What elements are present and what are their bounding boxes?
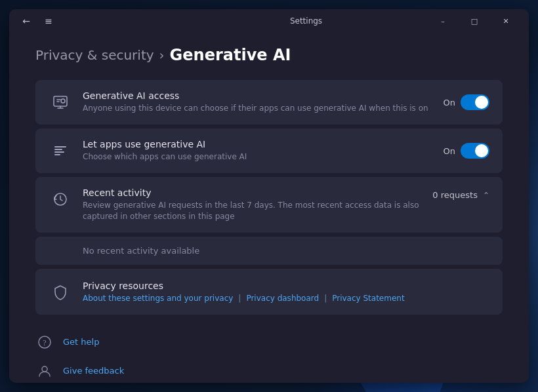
requests-label: 0 requests (432, 190, 478, 200)
ai-access-card: Generative AI access Anyone using this d… (35, 80, 503, 125)
privacy-resources-card: Privacy resources About these settings a… (35, 269, 503, 315)
privacy-link-dashboard[interactable]: Privacy dashboard (246, 294, 319, 303)
back-icon: ← (22, 16, 30, 26)
svg-point-9 (42, 366, 47, 372)
back-button[interactable]: ← (17, 12, 35, 30)
ai-access-control: On (444, 94, 489, 110)
no-activity-text: No recent activity available (49, 246, 489, 256)
activity-icon (49, 187, 72, 211)
breadcrumb: Privacy & security › Generative AI (35, 46, 503, 64)
help-icon: ? (35, 333, 54, 351)
ai-access-icon (49, 90, 72, 114)
apps-use-control: On (444, 143, 489, 159)
feedback-icon (35, 362, 54, 380)
give-feedback-label: Give feedback (63, 366, 124, 376)
titlebar: ← ≡ Settings – □ ✕ (9, 9, 529, 33)
menu-icon: ≡ (45, 16, 52, 26)
ai-access-text: Generative AI access Anyone using this d… (83, 90, 433, 114)
get-help-label: Get help (63, 337, 99, 347)
activity-control[interactable]: 0 requests ⌃ (432, 190, 489, 200)
apps-use-card: Let apps use generative AI Choose which … (35, 128, 503, 173)
privacy-link-statement[interactable]: Privacy Statement (332, 294, 404, 303)
menu-button[interactable]: ≡ (39, 12, 58, 30)
privacy-icon (49, 281, 72, 304)
footer: ? Get help Give feedback (35, 328, 503, 383)
ai-access-desc: Anyone using this device can choose if t… (83, 103, 433, 114)
privacy-resources-row: Privacy resources About these settings a… (49, 279, 489, 304)
window-title: Settings (190, 16, 423, 26)
activity-header: Recent activity Review generative AI req… (49, 187, 489, 222)
ai-access-title: Generative AI access (83, 90, 433, 101)
ai-access-row: Generative AI access Anyone using this d… (49, 90, 489, 114)
no-activity-card: No recent activity available (35, 237, 503, 265)
breadcrumb-separator: › (159, 47, 165, 63)
apps-use-icon (49, 139, 72, 163)
apps-use-title: Let apps use generative AI (83, 139, 433, 149)
minimize-button[interactable]: – (428, 10, 458, 31)
svg-rect-5 (54, 154, 60, 155)
ai-access-on-label: On (444, 98, 455, 108)
window-controls: – □ ✕ (428, 10, 521, 31)
close-button[interactable]: ✕ (491, 10, 521, 31)
svg-point-1 (61, 99, 65, 103)
activity-title: Recent activity (83, 187, 422, 198)
maximize-button[interactable]: □ (459, 10, 489, 31)
activity-text: Recent activity Review generative AI req… (83, 187, 422, 222)
apps-use-row: Let apps use generative AI Choose which … (49, 139, 489, 163)
apps-use-text: Let apps use generative AI Choose which … (83, 139, 433, 163)
activity-desc: Review generative AI requests in the las… (83, 200, 422, 222)
breadcrumb-current: Generative AI (170, 46, 291, 64)
privacy-link-about[interactable]: About these settings and your privacy (83, 294, 233, 303)
ai-access-toggle[interactable] (461, 94, 489, 110)
link-sep-1: | (238, 294, 241, 303)
settings-window: ← ≡ Settings – □ ✕ Privacy & security › … (9, 9, 529, 383)
apps-use-desc: Choose which apps can use generative AI (83, 151, 433, 163)
svg-rect-2 (54, 146, 66, 147)
breadcrumb-parent: Privacy & security (35, 47, 154, 63)
privacy-resources-text: Privacy resources About these settings a… (83, 281, 489, 303)
get-help-item[interactable]: ? Get help (35, 328, 503, 357)
privacy-resources-title: Privacy resources (83, 281, 489, 291)
main-content: Privacy & security › Generative AI Gener… (9, 33, 529, 383)
svg-rect-3 (54, 149, 62, 150)
svg-rect-4 (54, 151, 64, 153)
link-sep-2: | (324, 294, 327, 303)
apps-use-on-label: On (444, 146, 455, 156)
svg-text:?: ? (43, 338, 46, 347)
privacy-links: About these settings and your privacy | … (83, 294, 489, 303)
chevron-up-icon: ⌃ (483, 191, 489, 200)
give-feedback-item[interactable]: Give feedback (35, 357, 503, 383)
apps-use-toggle[interactable] (461, 143, 489, 159)
recent-activity-card: Recent activity Review generative AI req… (35, 177, 503, 233)
